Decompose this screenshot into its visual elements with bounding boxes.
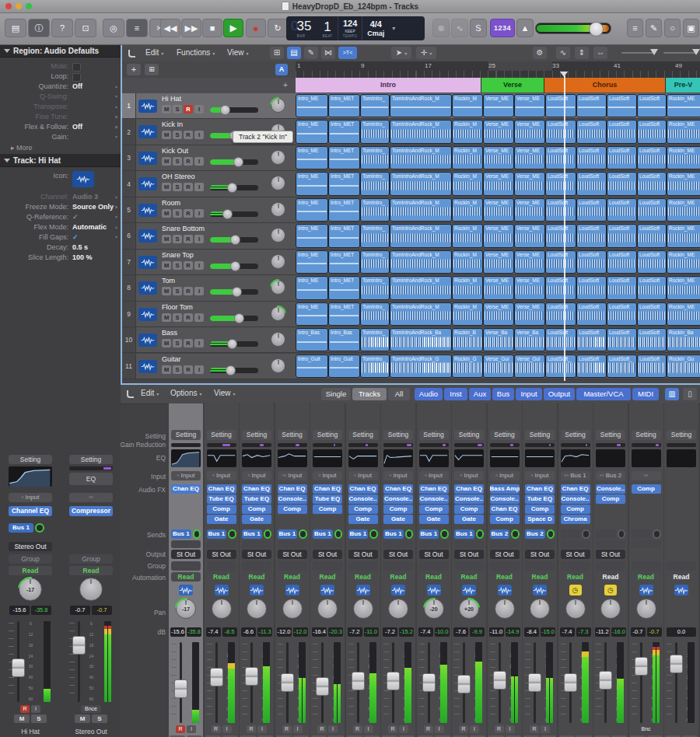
send-slot-empty[interactable] xyxy=(632,529,661,540)
db-peak[interactable]: -11.2 xyxy=(595,627,610,637)
pan-knob[interactable] xyxy=(353,599,373,619)
automation-mode-button[interactable]: Read xyxy=(525,572,555,582)
media-button[interactable]: ⊡ xyxy=(75,19,96,37)
zoom-window-button[interactable] xyxy=(26,3,32,9)
track-record-button[interactable]: R xyxy=(184,365,193,374)
track-mute-button[interactable]: M xyxy=(162,131,171,139)
track-volume-slider[interactable] xyxy=(210,185,258,190)
send-bus-label[interactable]: Bus 1 xyxy=(242,529,262,539)
track-pan-knob[interactable] xyxy=(271,176,285,190)
audio-fx-slot[interactable]: Comp xyxy=(525,505,555,514)
region-more[interactable]: ▸ More xyxy=(0,143,121,153)
record-enable-button[interactable]: R xyxy=(212,725,221,733)
audio-fx-slot[interactable]: Chan EQ xyxy=(207,484,236,494)
volume-fader[interactable] xyxy=(564,673,577,692)
channel-setting-button[interactable]: Setting xyxy=(454,430,484,440)
track-pan-knob[interactable] xyxy=(271,358,285,373)
track-record-button[interactable]: R xyxy=(184,183,193,191)
send-slot-empty[interactable] xyxy=(490,540,520,548)
mixer-view-single[interactable]: Single xyxy=(321,388,351,400)
automation-mode-button[interactable]: Read xyxy=(383,572,413,582)
mixer-view-all[interactable]: All xyxy=(388,388,410,400)
audio-fx-slot[interactable]: Gate xyxy=(454,515,484,524)
group-slot[interactable] xyxy=(632,561,661,571)
volume-fader[interactable] xyxy=(422,673,436,692)
audio-region[interactable]: Rockin_M xyxy=(452,224,483,247)
strip-wide-view-icon[interactable]: ▯ xyxy=(683,388,697,400)
mixer-filter-button[interactable]: MIDI xyxy=(632,388,659,400)
track-icon[interactable] xyxy=(138,125,157,138)
audio-region[interactable]: Rockin_ME xyxy=(667,94,700,117)
audio-region[interactable]: Intro_MET xyxy=(328,120,360,143)
channel-output-button[interactable]: St Out xyxy=(348,550,378,559)
playhead-marker[interactable] xyxy=(560,72,568,77)
db-peak[interactable]: -8.4 xyxy=(524,627,539,637)
volume-slider-knob[interactable] xyxy=(232,287,242,297)
track-inspector-header[interactable]: Track: Hi Hat xyxy=(0,154,121,167)
channel-setting-button[interactable]: Setting xyxy=(561,430,590,440)
audio-region[interactable]: Verse_Gui xyxy=(483,355,514,378)
track-solo-button[interactable]: S xyxy=(173,157,182,166)
mixer-filter-button[interactable]: Aux xyxy=(469,388,491,400)
group-slot[interactable] xyxy=(207,561,236,571)
audio-region[interactable]: TomIntro_ xyxy=(360,328,390,351)
audio-region[interactable]: LoudSoft xyxy=(607,120,637,143)
eq-thumbnail[interactable] xyxy=(667,449,696,467)
send-bus-label[interactable]: Bus 1 xyxy=(383,529,404,539)
send-bus-label[interactable]: Bus 1 xyxy=(419,529,439,539)
track-row[interactable]: 11 Guitar M S R I Intro_Guit Intro_Guit … xyxy=(122,354,700,379)
track-view-icon[interactable]: ▤ xyxy=(287,47,301,59)
send-level-knob[interactable] xyxy=(511,529,519,539)
track-mute-button[interactable]: M xyxy=(162,105,171,114)
audio-region[interactable]: Rockin_ME xyxy=(667,224,700,247)
audio-region[interactable]: Intro_ME xyxy=(296,250,328,274)
db-value[interactable]: -0.7 xyxy=(647,627,662,637)
audio-region[interactable]: Verse_ME xyxy=(514,276,545,299)
audio-region[interactable]: LoudSoft xyxy=(576,276,607,299)
mixer-filter-button[interactable]: Input xyxy=(516,388,542,400)
automation-mode-button[interactable]: Read xyxy=(69,566,113,575)
mixer-menu-view[interactable]: View▾ xyxy=(214,385,236,402)
audio-region[interactable]: LoudSoft xyxy=(576,355,607,378)
automation-mode-button[interactable]: Read xyxy=(9,566,52,575)
track-pan-knob[interactable] xyxy=(271,98,285,113)
audio-region[interactable]: TomIntroAndRock_M xyxy=(390,276,452,299)
send-level-knob[interactable] xyxy=(405,529,413,539)
channel-output-button[interactable]: St Out xyxy=(278,550,307,559)
db-value[interactable]: -35.8 xyxy=(31,606,51,615)
input-monitor-button[interactable]: I xyxy=(541,725,550,733)
send-bus-label[interactable]: Bus 1 xyxy=(9,523,33,533)
track-icon[interactable] xyxy=(138,100,157,113)
db-peak[interactable]: -6.6 xyxy=(241,627,256,637)
group-slot[interactable] xyxy=(242,561,271,571)
audio-fx-slot[interactable]: Comp xyxy=(632,484,661,494)
audio-region[interactable]: LoudSoft xyxy=(607,94,637,117)
automation-mode-button[interactable]: Read xyxy=(313,572,342,582)
channel-setting-button[interactable]: Setting xyxy=(419,430,449,440)
track-volume-slider[interactable] xyxy=(210,341,258,347)
channel-icon[interactable] xyxy=(320,585,334,596)
record-enable-button[interactable]: R xyxy=(353,725,362,733)
volume-slider-knob[interactable] xyxy=(227,183,237,193)
channel-output-button[interactable]: St Out xyxy=(171,550,201,559)
audio-fx-slot[interactable]: Gate xyxy=(383,515,413,524)
audio-region[interactable]: Intro_ME xyxy=(296,94,328,117)
audio-fx-slot[interactable]: Comp xyxy=(419,505,449,514)
audio-region[interactable]: TomIntro_ xyxy=(360,276,390,299)
audio-fx-slot[interactable]: Space D xyxy=(525,515,555,524)
audio-region[interactable]: Verse_ME xyxy=(483,302,514,326)
mixer-filter-button[interactable]: Output xyxy=(544,388,575,400)
record-button[interactable]: ● xyxy=(246,19,266,37)
volume-fader[interactable] xyxy=(281,673,294,692)
audio-region[interactable]: LoudSoft xyxy=(637,224,667,247)
record-enable-button[interactable]: R xyxy=(20,705,30,713)
track-record-button[interactable]: R xyxy=(184,235,193,243)
track-volume-slider[interactable] xyxy=(210,107,258,113)
volume-slider-knob[interactable] xyxy=(227,339,237,349)
db-value[interactable]: -15.0 xyxy=(541,627,555,637)
automation-mode-button[interactable]: Read xyxy=(278,572,307,582)
track-name[interactable]: Snare Bottom xyxy=(162,225,205,232)
audio-region[interactable]: LoudSoft xyxy=(637,172,667,195)
channel-input-button[interactable]: ◦◦ Bus 2 xyxy=(596,471,625,480)
group-slot[interactable]: Group xyxy=(9,554,52,564)
